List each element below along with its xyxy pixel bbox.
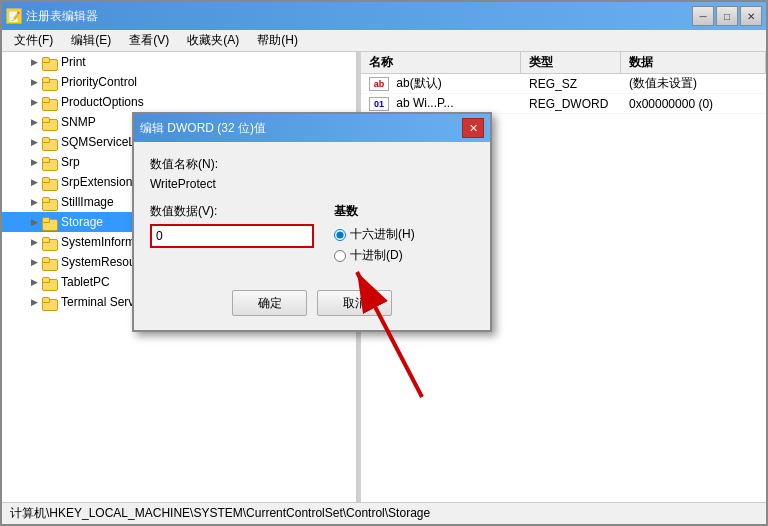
dialog-cancel-button[interactable]: 取消 <box>317 290 392 316</box>
folder-icon-sysres <box>42 255 58 269</box>
tree-item-print[interactable]: ▶ Print <box>2 52 356 72</box>
minimize-button[interactable]: ─ <box>692 6 714 26</box>
status-text: 计算机\HKEY_LOCAL_MACHINE\SYSTEM\CurrentCon… <box>10 505 430 522</box>
folder-icon-print <box>42 55 58 69</box>
tree-label-product: ProductOptions <box>61 95 144 109</box>
tree-label-priority: PriorityControl <box>61 75 137 89</box>
expander-snmp: ▶ <box>26 114 42 130</box>
folder-icon-sysinfo <box>42 235 58 249</box>
radio-dec: 十进制(D) <box>334 247 474 264</box>
expander-priority: ▶ <box>26 74 42 90</box>
radio-dec-label: 十进制(D) <box>350 247 403 264</box>
value-name-label: 数值名称(N): <box>150 156 474 173</box>
expander-storage: ▶ <box>26 214 42 230</box>
expander-stillimage: ▶ <box>26 194 42 210</box>
folder-icon-sqm <box>42 135 58 149</box>
tree-label-srp: Srp <box>61 155 80 169</box>
expander-product: ▶ <box>26 94 42 110</box>
title-bar-controls: ─ □ ✕ <box>692 6 762 26</box>
menu-view[interactable]: 查看(V) <box>121 30 177 51</box>
folder-icon-storage <box>42 215 58 229</box>
radio-hex-label: 十六进制(H) <box>350 226 415 243</box>
dialog-body: 数值名称(N): WriteProtect 数值数据(V): 基数 十六进制(H… <box>134 142 490 282</box>
title-bar: 📝 注册表编辑器 ─ □ ✕ <box>2 2 766 30</box>
expander-sqm: ▶ <box>26 134 42 150</box>
menu-edit[interactable]: 编辑(E) <box>63 30 119 51</box>
value-data-label: 数值数据(V): <box>150 203 314 220</box>
value-name-display: WriteProtect <box>150 177 474 191</box>
menu-favorites[interactable]: 收藏夹(A) <box>179 30 247 51</box>
dialog-left: 数值数据(V): <box>150 203 314 268</box>
reg-row-default[interactable]: ab ab(默认) REG_SZ (数值未设置) <box>361 74 766 94</box>
menu-bar: 文件(F) 编辑(E) 查看(V) 收藏夹(A) 帮助(H) <box>2 30 766 52</box>
expander-print: ▶ <box>26 54 42 70</box>
tree-item-prioritycontrol[interactable]: ▶ PriorityControl <box>2 72 356 92</box>
col-header-name: 名称 <box>361 52 521 73</box>
expander-srpext: ▶ <box>26 174 42 190</box>
maximize-button[interactable]: □ <box>716 6 738 26</box>
title-bar-left: 📝 注册表编辑器 <box>6 8 98 25</box>
reg-name-default: ab ab(默认) <box>361 75 521 92</box>
folder-icon-srpext <box>42 175 58 189</box>
tree-label-print: Print <box>61 55 86 69</box>
tree-label-storage: Storage <box>61 215 103 229</box>
folder-icon-terminalserver <box>42 295 58 309</box>
tree-label-tabletpc: TabletPC <box>61 275 110 289</box>
expander-tabletpc: ▶ <box>26 274 42 290</box>
value-data-input[interactable] <box>150 224 314 248</box>
reg-row-writeprotect[interactable]: 01 ab Wi...P... REG_DWORD 0x00000000 (0) <box>361 94 766 114</box>
dialog-right: 基数 十六进制(H) 十进制(D) <box>334 203 474 268</box>
expander-srp: ▶ <box>26 154 42 170</box>
folder-icon-srp <box>42 155 58 169</box>
tree-label-snmp: SNMP <box>61 115 96 129</box>
expander-sysinfo: ▶ <box>26 234 42 250</box>
dialog-main-row: 数值数据(V): 基数 十六进制(H) 十进制(D) <box>150 203 474 268</box>
folder-icon-product <box>42 95 58 109</box>
folder-icon-priority <box>42 75 58 89</box>
status-bar: 计算机\HKEY_LOCAL_MACHINE\SYSTEM\CurrentCon… <box>2 502 766 524</box>
radio-dec-input[interactable] <box>334 250 346 262</box>
col-header-type: 类型 <box>521 52 621 73</box>
expander-sysres: ▶ <box>26 254 42 270</box>
radio-hex-input[interactable] <box>334 229 346 241</box>
reg-icon-bin: 01 <box>369 97 389 111</box>
dialog-title-controls: ✕ <box>462 118 484 138</box>
tree-item-productoptions[interactable]: ▶ ProductOptions <box>2 92 356 112</box>
radio-group: 十六进制(H) 十进制(D) <box>334 226 474 264</box>
expander-terminalserver: ▶ <box>26 294 42 310</box>
window-title: 注册表编辑器 <box>26 8 98 25</box>
reg-icon-ab: ab <box>369 77 389 91</box>
dialog-close-button[interactable]: ✕ <box>462 118 484 138</box>
folder-icon-snmp <box>42 115 58 129</box>
dialog-footer: 确定 取消 <box>134 282 490 330</box>
radio-hex: 十六进制(H) <box>334 226 474 243</box>
folder-icon-stillimage <box>42 195 58 209</box>
menu-help[interactable]: 帮助(H) <box>249 30 306 51</box>
app-icon: 📝 <box>6 8 22 24</box>
reg-type-default: REG_SZ <box>521 77 621 91</box>
tree-label-stillimage: StillImage <box>61 195 114 209</box>
menu-file[interactable]: 文件(F) <box>6 30 61 51</box>
dialog-title-text: 编辑 DWORD (32 位)值 <box>140 120 266 137</box>
reg-name-writeprotect: 01 ab Wi...P... <box>361 96 521 111</box>
reg-data-writeprotect: 0x00000000 (0) <box>621 97 766 111</box>
reg-data-default: (数值未设置) <box>621 75 766 92</box>
folder-icon-tabletpc <box>42 275 58 289</box>
registry-header: 名称 类型 数据 <box>361 52 766 74</box>
dialog-ok-button[interactable]: 确定 <box>232 290 307 316</box>
dword-dialog: 编辑 DWORD (32 位)值 ✕ 数值名称(N): WriteProtect… <box>132 112 492 332</box>
reg-type-writeprotect: REG_DWORD <box>521 97 621 111</box>
col-header-data: 数据 <box>621 52 766 73</box>
dialog-title-bar: 编辑 DWORD (32 位)值 ✕ <box>134 114 490 142</box>
close-button[interactable]: ✕ <box>740 6 762 26</box>
base-label: 基数 <box>334 203 474 220</box>
main-window: 📝 注册表编辑器 ─ □ ✕ 文件(F) 编辑(E) 查看(V) 收藏夹(A) … <box>0 0 768 526</box>
